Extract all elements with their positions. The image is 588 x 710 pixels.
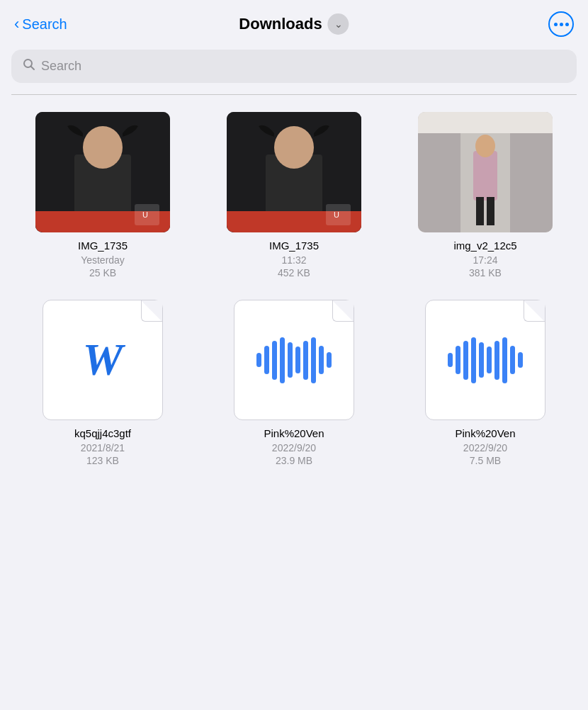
list-item[interactable]: Pink%20Ven 2022/9/20 7.5 MB <box>397 300 574 466</box>
file-name: Pink%20Ven <box>264 427 324 439</box>
files-grid: U IMG_1735 Yesterday 25 KB U IMG_1735 11… <box>0 95 588 480</box>
file-date: 11:32 <box>281 254 306 266</box>
file-size: 123 KB <box>86 455 119 466</box>
file-name: IMG_1735 <box>269 240 319 252</box>
svg-text:U: U <box>142 210 148 219</box>
search-bar[interactable]: Search <box>11 50 577 83</box>
svg-point-4 <box>83 126 123 169</box>
ellipsis-icon <box>554 23 569 26</box>
list-item[interactable]: U IMG_1735 Yesterday 25 KB <box>14 112 191 278</box>
svg-point-10 <box>274 126 314 169</box>
file-thumbnail <box>425 300 545 420</box>
file-date: 2021/8/21 <box>81 442 125 453</box>
title-dropdown-button[interactable]: ⌄ <box>328 13 349 35</box>
file-size: 381 KB <box>469 267 502 278</box>
file-date: 2022/9/20 <box>272 442 316 453</box>
svg-text:U: U <box>334 210 339 219</box>
doc-corner-fold <box>141 300 162 322</box>
file-size: 7.5 MB <box>470 455 501 466</box>
header: ‹ Search Downloads ⌄ <box>0 0 588 44</box>
svg-rect-21 <box>476 197 484 225</box>
more-options-button[interactable] <box>548 11 574 37</box>
back-chevron-icon: ‹ <box>14 15 19 33</box>
file-thumbnail: U <box>35 112 170 232</box>
file-name: kq5qjj4c3gtf <box>74 427 131 439</box>
audio-wave-icon <box>448 337 523 383</box>
list-item[interactable]: W kq5qjj4c3gtf 2021/8/21 123 KB <box>14 300 191 466</box>
chevron-down-icon: ⌄ <box>334 18 343 30</box>
search-bar-container: Search <box>0 44 588 94</box>
page-title: Downloads <box>239 15 322 33</box>
search-placeholder: Search <box>41 59 81 74</box>
svg-rect-17 <box>510 126 553 232</box>
title-area: Downloads ⌄ <box>239 13 349 35</box>
doc-corner-fold <box>332 300 354 322</box>
file-name: Pink%20Ven <box>455 427 515 439</box>
file-name: IMG_1735 <box>78 240 128 252</box>
file-size: 23.9 MB <box>276 455 312 466</box>
list-item[interactable]: U IMG_1735 11:32 452 KB <box>205 112 383 278</box>
word-icon: W <box>83 334 123 386</box>
audio-wave-icon <box>256 337 332 383</box>
svg-rect-19 <box>473 151 497 201</box>
file-size: 25 KB <box>89 267 116 278</box>
list-item[interactable]: Pink%20Ven 2022/9/20 23.9 MB <box>205 300 383 466</box>
svg-point-20 <box>475 135 495 157</box>
file-size: 452 KB <box>278 267 310 278</box>
file-name: img_v2_12c5 <box>453 240 516 252</box>
back-label: Search <box>22 16 67 33</box>
svg-rect-18 <box>418 112 553 133</box>
file-thumbnail <box>418 112 553 232</box>
svg-rect-22 <box>487 197 494 225</box>
file-date: 2022/9/20 <box>463 442 507 453</box>
back-button[interactable]: ‹ Search <box>14 15 67 33</box>
search-icon <box>23 58 35 74</box>
file-date: Yesterday <box>81 254 125 266</box>
file-thumbnail <box>234 300 354 420</box>
file-date: 17:24 <box>473 254 497 266</box>
svg-rect-16 <box>418 126 460 232</box>
list-item[interactable]: img_v2_12c5 17:24 381 KB <box>397 112 574 278</box>
doc-corner-fold <box>524 300 545 322</box>
svg-line-1 <box>31 67 35 70</box>
file-thumbnail: W <box>43 300 163 420</box>
file-thumbnail: U <box>227 112 361 232</box>
